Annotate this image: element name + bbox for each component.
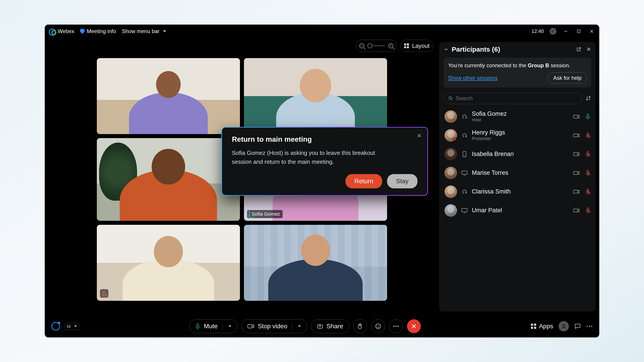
overflow-button[interactable]	[586, 325, 592, 327]
x-icon	[411, 323, 417, 329]
video-tile[interactable]	[244, 58, 387, 134]
stop-video-button[interactable]: Stop video	[242, 319, 307, 333]
reactions-button[interactable]	[371, 319, 385, 333]
mic-off-icon	[586, 132, 590, 139]
desktop-icon	[461, 208, 468, 213]
layout-label: Layout	[412, 42, 430, 49]
video-tile[interactable]	[97, 58, 240, 134]
maximize-icon	[577, 29, 581, 33]
modal-close-button[interactable]	[416, 132, 422, 139]
window-maximize-button[interactable]	[575, 28, 582, 35]
participant-row[interactable]: Henry Riggs Presenter	[444, 127, 591, 144]
layout-grid-icon	[404, 43, 409, 48]
ask-for-help-button[interactable]: Ask for help	[548, 72, 587, 84]
avatar	[444, 110, 457, 123]
headset-icon	[461, 132, 468, 138]
show-menu-bar-button[interactable]: Show menu bar	[122, 28, 166, 34]
hand-icon	[357, 323, 363, 329]
video-tile[interactable]	[97, 225, 240, 301]
participants-button[interactable]	[558, 321, 569, 331]
participant-row[interactable]: Clarissa Smith	[444, 183, 591, 200]
return-button[interactable]: Return	[346, 174, 382, 188]
participant-role: Presenter	[472, 136, 505, 141]
chevron-down-icon[interactable]	[228, 325, 231, 327]
captions-button[interactable]: cc	[65, 323, 79, 330]
desktop-icon	[461, 170, 468, 176]
clock-label: 12:40	[532, 28, 544, 34]
svg-rect-13	[587, 170, 589, 173]
participants-search-input[interactable]	[456, 95, 577, 101]
participants-title: Participants (6)	[452, 45, 500, 53]
svg-point-29	[587, 326, 588, 327]
sort-icon[interactable]	[586, 95, 591, 101]
stay-button[interactable]: Stay	[387, 174, 418, 188]
layout-button[interactable]: Layout	[400, 40, 433, 52]
raise-hand-button[interactable]	[353, 319, 367, 333]
participants-search[interactable]	[444, 92, 582, 104]
toolbar-right: Apps	[531, 321, 592, 331]
stop-video-label: Stop video	[258, 323, 287, 330]
shield-icon	[80, 28, 84, 34]
participant-row[interactable]: Umar Patel	[444, 202, 591, 219]
session-notice-suffix: session.	[549, 62, 570, 68]
window-close-button[interactable]	[588, 28, 595, 35]
window-minimize-button[interactable]	[562, 28, 569, 35]
chevron-down-icon	[74, 325, 77, 327]
apps-button[interactable]: Apps	[531, 323, 553, 330]
svg-rect-1	[577, 30, 580, 33]
svg-point-23	[377, 325, 378, 326]
chevron-down-icon[interactable]	[298, 325, 301, 327]
mute-button[interactable]: Mute	[189, 319, 237, 333]
cc-label: cc	[67, 324, 71, 329]
video-tile[interactable]	[97, 138, 240, 221]
smile-icon	[375, 323, 381, 329]
svg-point-27	[397, 326, 398, 327]
toolbar-left: cc	[52, 322, 79, 331]
zoom-control[interactable]	[356, 40, 397, 52]
camera-icon	[248, 324, 254, 329]
mic-off-icon	[586, 170, 590, 176]
svg-rect-5	[574, 134, 578, 137]
avatar	[444, 185, 457, 198]
participant-row[interactable]: Marise Torres	[444, 164, 591, 181]
svg-rect-9	[574, 153, 578, 156]
zoom-slider[interactable]	[368, 45, 385, 46]
show-other-sessions-link[interactable]: Show other sessions	[448, 74, 498, 82]
close-panel-icon[interactable]	[586, 47, 591, 52]
session-notice: You're currently connected to the Group …	[448, 62, 587, 69]
participant-row[interactable]: Sofia Gomez Host	[444, 108, 591, 125]
svg-rect-6	[587, 133, 589, 136]
svg-rect-18	[587, 208, 589, 211]
app-window: Webex Meeting info Show menu bar 12:40	[45, 24, 599, 338]
svg-point-8	[464, 156, 465, 156]
participants-panel: Participants (6) You're currently connec…	[439, 42, 596, 312]
svg-rect-14	[574, 190, 578, 193]
assistant-orb-icon[interactable]	[52, 322, 60, 331]
person-icon	[561, 323, 567, 329]
close-icon	[417, 133, 422, 138]
lock-button[interactable]	[550, 28, 556, 35]
more-options-button[interactable]	[389, 319, 403, 333]
participant-row[interactable]: Isabella Brenan	[444, 146, 591, 163]
bottom-toolbar: cc Mute Stop video Share	[45, 315, 599, 338]
mobile-icon	[461, 151, 468, 157]
app-logo: Webex	[49, 28, 74, 35]
minimize-icon	[564, 29, 568, 33]
headset-icon	[461, 114, 468, 120]
chat-button[interactable]	[574, 323, 581, 330]
share-button[interactable]: Share	[311, 319, 349, 333]
participant-name: Isabella Brenan	[472, 151, 514, 158]
end-call-button[interactable]	[407, 319, 421, 333]
popout-icon[interactable]	[576, 47, 582, 52]
svg-rect-16	[462, 209, 467, 212]
speaker-name-tag: Sofia Gomez	[247, 210, 283, 218]
mic-off-icon	[586, 189, 590, 195]
headset-icon	[461, 189, 468, 195]
apps-label: Apps	[539, 323, 553, 330]
meeting-info-button[interactable]: Meeting info	[80, 28, 116, 34]
svg-point-24	[378, 325, 379, 326]
svg-point-28	[562, 324, 565, 327]
speaker-name: Sofia Gomez	[252, 211, 280, 217]
chevron-down-icon[interactable]	[444, 47, 448, 52]
video-tile[interactable]	[244, 225, 387, 301]
